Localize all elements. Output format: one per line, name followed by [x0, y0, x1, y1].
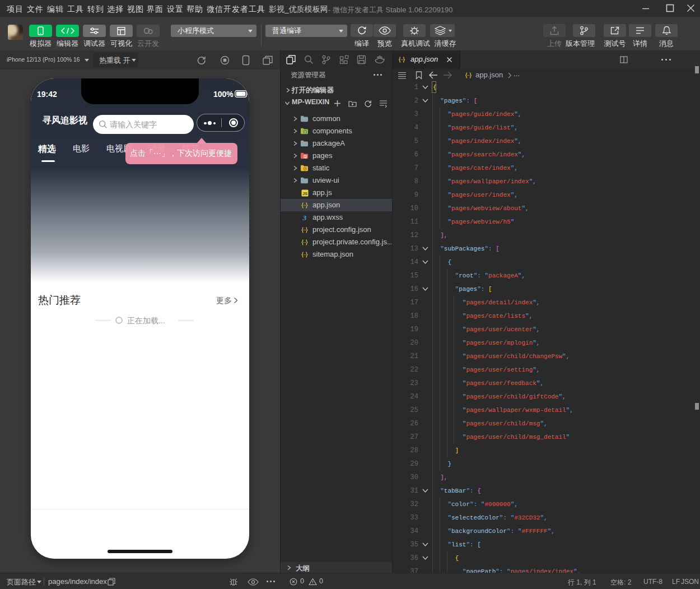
svg-text:3: 3 [302, 214, 307, 222]
svg-text:JS: JS [302, 191, 307, 196]
